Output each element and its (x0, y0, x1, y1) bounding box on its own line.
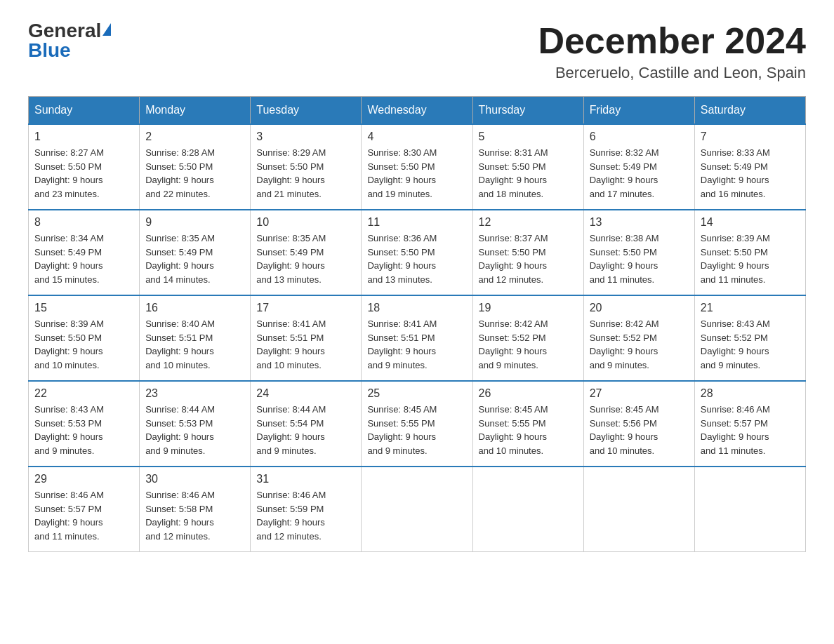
calendar-cell: 17 Sunrise: 8:41 AM Sunset: 5:51 PM Dayl… (251, 295, 362, 381)
logo-general-text: General (28, 21, 101, 41)
calendar-cell (583, 467, 694, 552)
day-number: 15 (34, 302, 133, 314)
weekday-header-tuesday: Tuesday (251, 97, 362, 125)
calendar-cell: 3 Sunrise: 8:29 AM Sunset: 5:50 PM Dayli… (251, 124, 362, 210)
calendar-cell: 16 Sunrise: 8:40 AM Sunset: 5:51 PM Dayl… (140, 295, 251, 381)
location-subtitle: Berceruelo, Castille and Leon, Spain (538, 64, 806, 82)
calendar-week-row: 15 Sunrise: 8:39 AM Sunset: 5:50 PM Dayl… (29, 295, 806, 381)
title-block: December 2024 Berceruelo, Castille and L… (538, 21, 806, 82)
day-number: 10 (256, 216, 355, 229)
calendar-cell: 10 Sunrise: 8:35 AM Sunset: 5:49 PM Dayl… (251, 210, 362, 295)
calendar-week-row: 1 Sunrise: 8:27 AM Sunset: 5:50 PM Dayli… (29, 124, 806, 210)
day-number: 22 (34, 387, 133, 400)
day-info: Sunrise: 8:46 AM Sunset: 5:57 PM Dayligh… (34, 488, 133, 543)
day-info: Sunrise: 8:45 AM Sunset: 5:56 PM Dayligh… (590, 403, 689, 457)
day-number: 19 (479, 302, 578, 314)
day-info: Sunrise: 8:33 AM Sunset: 5:49 PM Dayligh… (701, 146, 800, 201)
day-number: 28 (701, 387, 800, 400)
weekday-header-row: SundayMondayTuesdayWednesdayThursdayFrid… (29, 97, 806, 125)
calendar-cell: 2 Sunrise: 8:28 AM Sunset: 5:50 PM Dayli… (140, 124, 251, 210)
calendar-table: SundayMondayTuesdayWednesdayThursdayFrid… (28, 96, 806, 552)
day-number: 7 (701, 130, 800, 143)
day-info: Sunrise: 8:39 AM Sunset: 5:50 PM Dayligh… (34, 317, 133, 372)
day-info: Sunrise: 8:39 AM Sunset: 5:50 PM Dayligh… (701, 232, 800, 286)
day-info: Sunrise: 8:34 AM Sunset: 5:49 PM Dayligh… (34, 232, 133, 286)
day-info: Sunrise: 8:32 AM Sunset: 5:49 PM Dayligh… (590, 146, 689, 201)
calendar-cell: 6 Sunrise: 8:32 AM Sunset: 5:49 PM Dayli… (583, 124, 694, 210)
day-number: 31 (256, 473, 355, 485)
calendar-cell (694, 467, 805, 552)
day-number: 5 (479, 130, 578, 143)
calendar-cell: 14 Sunrise: 8:39 AM Sunset: 5:50 PM Dayl… (694, 210, 805, 295)
day-number: 3 (256, 130, 355, 143)
calendar-cell: 24 Sunrise: 8:44 AM Sunset: 5:54 PM Dayl… (251, 381, 362, 467)
day-info: Sunrise: 8:27 AM Sunset: 5:50 PM Dayligh… (34, 146, 133, 201)
calendar-week-row: 8 Sunrise: 8:34 AM Sunset: 5:49 PM Dayli… (29, 210, 806, 295)
day-number: 11 (367, 216, 466, 229)
day-info: Sunrise: 8:35 AM Sunset: 5:49 PM Dayligh… (256, 232, 355, 286)
weekday-header-monday: Monday (140, 97, 251, 125)
day-number: 30 (145, 473, 244, 485)
day-info: Sunrise: 8:35 AM Sunset: 5:49 PM Dayligh… (145, 232, 244, 286)
day-number: 8 (34, 216, 133, 229)
day-info: Sunrise: 8:28 AM Sunset: 5:50 PM Dayligh… (145, 146, 244, 201)
day-info: Sunrise: 8:29 AM Sunset: 5:50 PM Dayligh… (256, 146, 355, 201)
day-number: 21 (701, 302, 800, 314)
month-title: December 2024 (538, 21, 806, 61)
day-info: Sunrise: 8:44 AM Sunset: 5:54 PM Dayligh… (256, 403, 355, 457)
logo-blue-text: Blue (28, 41, 71, 60)
calendar-cell: 28 Sunrise: 8:46 AM Sunset: 5:57 PM Dayl… (694, 381, 805, 467)
day-number: 4 (367, 130, 466, 143)
day-info: Sunrise: 8:43 AM Sunset: 5:53 PM Dayligh… (34, 403, 133, 457)
logo-triangle-icon (102, 23, 111, 36)
day-number: 27 (590, 387, 689, 400)
day-info: Sunrise: 8:45 AM Sunset: 5:55 PM Dayligh… (367, 403, 466, 457)
day-number: 17 (256, 302, 355, 314)
day-info: Sunrise: 8:46 AM Sunset: 5:59 PM Dayligh… (256, 488, 355, 543)
calendar-cell: 27 Sunrise: 8:45 AM Sunset: 5:56 PM Dayl… (583, 381, 694, 467)
calendar-week-row: 22 Sunrise: 8:43 AM Sunset: 5:53 PM Dayl… (29, 381, 806, 467)
calendar-cell: 15 Sunrise: 8:39 AM Sunset: 5:50 PM Dayl… (29, 295, 140, 381)
day-info: Sunrise: 8:40 AM Sunset: 5:51 PM Dayligh… (145, 317, 244, 372)
calendar-week-row: 29 Sunrise: 8:46 AM Sunset: 5:57 PM Dayl… (29, 467, 806, 552)
calendar-cell: 31 Sunrise: 8:46 AM Sunset: 5:59 PM Dayl… (251, 467, 362, 552)
day-number: 12 (479, 216, 578, 229)
calendar-cell (472, 467, 583, 552)
calendar-cell (362, 467, 472, 552)
calendar-cell: 1 Sunrise: 8:27 AM Sunset: 5:50 PM Dayli… (29, 124, 140, 210)
calendar-cell: 13 Sunrise: 8:38 AM Sunset: 5:50 PM Dayl… (583, 210, 694, 295)
logo: General Blue (28, 21, 111, 60)
day-info: Sunrise: 8:30 AM Sunset: 5:50 PM Dayligh… (367, 146, 466, 201)
calendar-cell: 9 Sunrise: 8:35 AM Sunset: 5:49 PM Dayli… (140, 210, 251, 295)
day-info: Sunrise: 8:42 AM Sunset: 5:52 PM Dayligh… (590, 317, 689, 372)
day-number: 20 (590, 302, 689, 314)
day-info: Sunrise: 8:41 AM Sunset: 5:51 PM Dayligh… (367, 317, 466, 372)
day-number: 6 (590, 130, 689, 143)
calendar-cell: 19 Sunrise: 8:42 AM Sunset: 5:52 PM Dayl… (472, 295, 583, 381)
calendar-cell: 5 Sunrise: 8:31 AM Sunset: 5:50 PM Dayli… (472, 124, 583, 210)
day-info: Sunrise: 8:46 AM Sunset: 5:58 PM Dayligh… (145, 488, 244, 543)
calendar-cell: 26 Sunrise: 8:45 AM Sunset: 5:55 PM Dayl… (472, 381, 583, 467)
day-info: Sunrise: 8:38 AM Sunset: 5:50 PM Dayligh… (590, 232, 689, 286)
calendar-cell: 12 Sunrise: 8:37 AM Sunset: 5:50 PM Dayl… (472, 210, 583, 295)
day-info: Sunrise: 8:36 AM Sunset: 5:50 PM Dayligh… (367, 232, 466, 286)
day-info: Sunrise: 8:44 AM Sunset: 5:53 PM Dayligh… (145, 403, 244, 457)
day-number: 13 (590, 216, 689, 229)
calendar-cell: 18 Sunrise: 8:41 AM Sunset: 5:51 PM Dayl… (362, 295, 472, 381)
day-info: Sunrise: 8:37 AM Sunset: 5:50 PM Dayligh… (479, 232, 578, 286)
day-number: 23 (145, 387, 244, 400)
calendar-cell: 7 Sunrise: 8:33 AM Sunset: 5:49 PM Dayli… (694, 124, 805, 210)
weekday-header-sunday: Sunday (29, 97, 140, 125)
calendar-cell: 22 Sunrise: 8:43 AM Sunset: 5:53 PM Dayl… (29, 381, 140, 467)
day-number: 25 (367, 387, 466, 400)
day-info: Sunrise: 8:43 AM Sunset: 5:52 PM Dayligh… (701, 317, 800, 372)
day-number: 2 (145, 130, 244, 143)
day-info: Sunrise: 8:31 AM Sunset: 5:50 PM Dayligh… (479, 146, 578, 201)
day-number: 9 (145, 216, 244, 229)
weekday-header-thursday: Thursday (472, 97, 583, 125)
day-number: 1 (34, 130, 133, 143)
day-number: 14 (701, 216, 800, 229)
day-info: Sunrise: 8:41 AM Sunset: 5:51 PM Dayligh… (256, 317, 355, 372)
day-number: 24 (256, 387, 355, 400)
calendar-cell: 8 Sunrise: 8:34 AM Sunset: 5:49 PM Dayli… (29, 210, 140, 295)
